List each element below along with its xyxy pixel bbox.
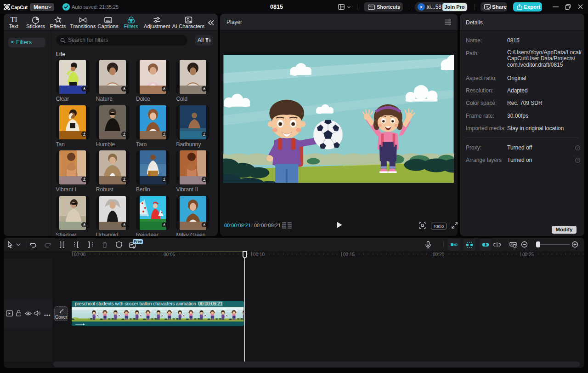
svg-text:?: ? xyxy=(577,159,579,162)
svg-text:?: ? xyxy=(577,146,579,149)
svg-text:TI: TI xyxy=(10,16,17,23)
